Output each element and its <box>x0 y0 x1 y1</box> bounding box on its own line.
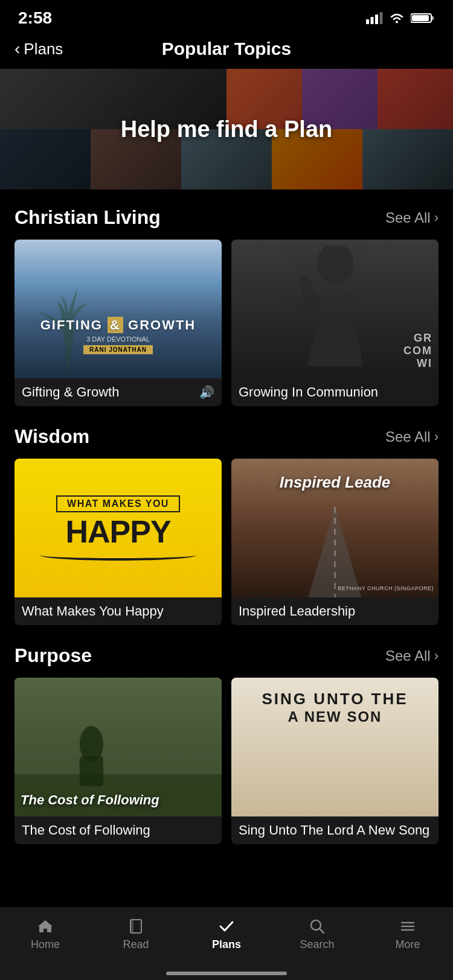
tab-home-label: Home <box>31 938 60 951</box>
back-label: Plans <box>24 40 63 59</box>
svg-rect-6 <box>431 16 434 20</box>
search-icon <box>309 918 326 935</box>
tab-read-label: Read <box>123 938 149 951</box>
home-indicator <box>166 972 287 975</box>
svg-rect-0 <box>366 19 369 24</box>
tab-read[interactable]: Read <box>91 915 181 951</box>
svg-point-4 <box>396 21 398 24</box>
see-all-chevron-purpose: › <box>434 648 439 664</box>
card-image-inspired: Inspired Leade BETHANY CHURCH (SINGAPORE… <box>231 459 439 597</box>
battery-icon <box>411 12 435 24</box>
tab-plans-label: Plans <box>212 938 241 951</box>
hero-overlay: Help me find a Plan <box>0 69 453 189</box>
person-silhouette-icon <box>290 246 381 366</box>
see-all-purpose[interactable]: See All › <box>385 648 439 664</box>
card-image-growing-communion: GRCOMWI <box>231 240 439 378</box>
status-time: 2:58 <box>18 8 52 28</box>
card-image-happy: WHAT MAKES YOU HAPPY <box>14 459 222 597</box>
card-cost-title: The Cost of Following <box>21 792 159 807</box>
svg-rect-2 <box>375 14 378 24</box>
card-cost-following[interactable]: The Cost of Following The Cost of Follow… <box>14 678 222 844</box>
card-image-cost: The Cost of Following <box>14 678 222 816</box>
section-purpose: Purpose See All › <box>0 644 453 844</box>
card-label-gifting-growth: Gifting & Growth 🔊 <box>14 378 222 406</box>
card-image-sing: SING UNTO THE A NEW SON <box>231 678 439 816</box>
card-label-text-gifting-growth: Gifting & Growth <box>22 384 119 400</box>
scroll-content: Help me find a Plan Christian Living See… <box>0 69 453 942</box>
section-header-purpose: Purpose See All › <box>14 644 439 667</box>
card-happy-inner: WHAT MAKES YOU HAPPY <box>14 459 222 597</box>
card-label-cost: The Cost of Following <box>14 816 222 844</box>
card-label-inspired: Inspired Leadership <box>231 597 439 625</box>
card-what-makes-happy[interactable]: WHAT MAKES YOU HAPPY What Makes You Happ… <box>14 459 222 625</box>
home-icon <box>37 918 54 935</box>
see-all-christian-living[interactable]: See All › <box>385 209 439 226</box>
wifi-icon <box>389 12 405 24</box>
card-growing-text: GRCOMWI <box>403 332 432 370</box>
card-happy-title: HAPPY <box>65 516 170 547</box>
card-gifting-text: GIFTING & GROWTH 3 DAY DEVOTIONAL RANI J… <box>14 317 222 354</box>
card-inspired-leadership[interactable]: Inspired Leade BETHANY CHURCH (SINGAPORE… <box>231 459 439 625</box>
see-all-label-wisdom: See All <box>385 428 431 445</box>
section-christian-living: Christian Living See All › GIFTING & GRO… <box>0 206 453 406</box>
plans-check-icon <box>218 918 235 935</box>
tab-bar: Home Read Plans Search More <box>0 908 453 980</box>
svg-point-8 <box>317 246 353 285</box>
section-header-christian-living: Christian Living See All › <box>14 206 439 229</box>
card-inspired-title-area: Inspired Leade <box>231 473 439 492</box>
card-happy-what: WHAT MAKES YOU <box>67 498 169 509</box>
card-label-text-cost: The Cost of Following <box>22 822 150 838</box>
back-chevron-icon: ‹ <box>14 39 20 59</box>
see-all-wisdom[interactable]: See All › <box>385 428 439 445</box>
card-cost-text: The Cost of Following <box>21 792 216 808</box>
card-gifting-sub: 3 DAY DEVOTIONAL <box>14 336 222 343</box>
svg-rect-7 <box>412 15 429 21</box>
card-label-happy: What Makes You Happy <box>14 597 222 625</box>
card-sing-title-1: SING UNTO THE <box>237 690 432 708</box>
sound-icon: 🔊 <box>199 385 214 399</box>
nav-header: ‹ Plans Popular Topics <box>0 33 453 69</box>
card-growing-abbr: GRCOMWI <box>403 332 432 370</box>
card-label-text-sing: Sing Unto The Lord A New Song <box>239 822 429 838</box>
see-all-label-christian-living: See All <box>385 209 431 226</box>
section-title-christian-living: Christian Living <box>14 206 161 229</box>
back-button[interactable]: ‹ Plans <box>14 39 63 59</box>
svg-rect-15 <box>80 756 103 786</box>
tab-plans[interactable]: Plans <box>181 915 272 951</box>
svg-rect-1 <box>371 17 374 24</box>
cards-row-christian-living: GIFTING & GROWTH 3 DAY DEVOTIONAL RANI J… <box>14 240 439 406</box>
svg-rect-17 <box>130 920 133 933</box>
read-icon <box>127 918 144 935</box>
cards-row-purpose: The Cost of Following The Cost of Follow… <box>14 678 439 844</box>
see-all-chevron-wisdom: › <box>434 429 439 445</box>
card-gifting-author: RANI JONATHAN <box>83 345 153 354</box>
svg-line-19 <box>320 929 324 933</box>
section-header-wisdom: Wisdom See All › <box>14 425 439 448</box>
see-all-label-purpose: See All <box>385 648 431 664</box>
hero-banner[interactable]: Help me find a Plan <box>0 69 453 189</box>
cards-row-wisdom: WHAT MAKES YOU HAPPY What Makes You Happ… <box>14 459 439 625</box>
card-inspired-text: Inspired Leade <box>280 473 391 491</box>
card-gifting-title: GIFTING & GROWTH <box>14 317 222 333</box>
card-label-sing: Sing Unto The Lord A New Song <box>231 816 439 844</box>
section-title-wisdom: Wisdom <box>14 425 89 448</box>
tab-search-label: Search <box>300 938 334 951</box>
card-sing-lord[interactable]: SING UNTO THE A NEW SON Sing Unto The Lo… <box>231 678 439 844</box>
card-gifting-growth[interactable]: GIFTING & GROWTH 3 DAY DEVOTIONAL RANI J… <box>14 240 222 406</box>
section-title-purpose: Purpose <box>14 644 92 667</box>
card-sing-title-2: A NEW SON <box>237 708 432 726</box>
section-wisdom: Wisdom See All › WHAT MAKES YOU HAPPY <box>0 425 453 625</box>
card-growing-communion[interactable]: GRCOMWI Growing In Communion <box>231 240 439 406</box>
card-happy-banner: WHAT MAKES YOU <box>56 495 180 512</box>
page-title: Popular Topics <box>162 39 291 59</box>
hero-text: Help me find a Plan <box>121 116 333 142</box>
tab-search[interactable]: Search <box>272 915 362 951</box>
status-bar: 2:58 <box>0 0 453 33</box>
card-gifting-amp: & <box>108 317 123 333</box>
card-label-growing-communion: Growing In Communion <box>231 378 439 406</box>
tab-more[interactable]: More <box>362 915 453 951</box>
more-menu-icon <box>399 918 416 935</box>
card-label-text-growing-communion: Growing In Communion <box>239 384 378 400</box>
tab-home[interactable]: Home <box>0 915 91 951</box>
signal-icon <box>366 12 383 24</box>
